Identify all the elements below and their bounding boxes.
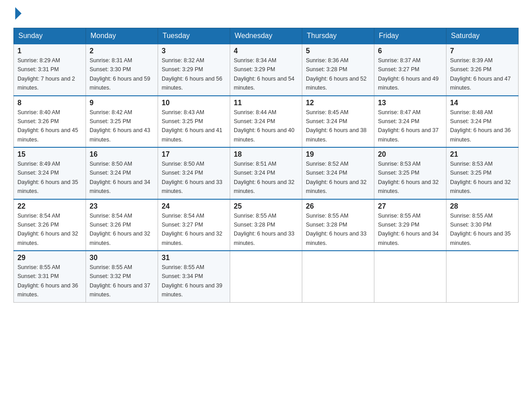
calendar-day-cell: 27 Sunrise: 8:55 AMSunset: 3:29 PMDaylig… [374, 199, 446, 251]
calendar-day-cell: 10 Sunrise: 8:43 AMSunset: 3:25 PMDaylig… [158, 96, 230, 148]
calendar-col-header: Monday [86, 28, 158, 44]
calendar-week-row: 15 Sunrise: 8:49 AMSunset: 3:24 PMDaylig… [14, 147, 519, 199]
day-number: 20 [378, 150, 442, 158]
day-number: 17 [162, 150, 226, 158]
calendar-day-cell [446, 251, 519, 302]
calendar-day-cell: 18 Sunrise: 8:51 AMSunset: 3:24 PMDaylig… [230, 147, 302, 199]
calendar-day-cell: 6 Sunrise: 8:37 AMSunset: 3:27 PMDayligh… [374, 44, 446, 96]
calendar-col-header: Sunday [14, 28, 86, 44]
calendar-header-row: SundayMondayTuesdayWednesdayThursdayFrid… [14, 28, 519, 44]
calendar-day-cell: 7 Sunrise: 8:39 AMSunset: 3:26 PMDayligh… [446, 44, 519, 96]
calendar-day-cell: 30 Sunrise: 8:55 AMSunset: 3:32 PMDaylig… [86, 251, 158, 302]
day-info: Sunrise: 8:51 AMSunset: 3:24 PMDaylight:… [234, 161, 295, 194]
day-info: Sunrise: 8:54 AMSunset: 3:26 PMDaylight:… [17, 213, 78, 246]
day-number: 3 [162, 47, 226, 55]
day-info: Sunrise: 8:37 AMSunset: 3:27 PMDaylight:… [378, 57, 439, 91]
day-number: 19 [306, 150, 370, 158]
day-number: 24 [162, 202, 226, 210]
calendar-day-cell: 21 Sunrise: 8:53 AMSunset: 3:25 PMDaylig… [446, 147, 519, 199]
calendar-day-cell: 8 Sunrise: 8:40 AMSunset: 3:26 PMDayligh… [14, 96, 86, 148]
day-number: 10 [162, 99, 226, 107]
calendar-day-cell [230, 251, 302, 302]
day-number: 4 [234, 47, 298, 55]
day-number: 1 [17, 47, 82, 55]
calendar-week-row: 8 Sunrise: 8:40 AMSunset: 3:26 PMDayligh… [14, 96, 519, 148]
calendar-day-cell: 24 Sunrise: 8:54 AMSunset: 3:27 PMDaylig… [158, 199, 230, 251]
day-info: Sunrise: 8:48 AMSunset: 3:24 PMDaylight:… [450, 109, 511, 143]
day-number: 27 [378, 202, 442, 210]
day-info: Sunrise: 8:50 AMSunset: 3:24 PMDaylight:… [162, 161, 223, 194]
day-info: Sunrise: 8:42 AMSunset: 3:25 PMDaylight:… [90, 109, 150, 143]
day-number: 26 [306, 202, 370, 210]
calendar-col-header: Friday [374, 28, 446, 44]
calendar-day-cell: 11 Sunrise: 8:44 AMSunset: 3:24 PMDaylig… [230, 96, 302, 148]
calendar-day-cell [374, 251, 446, 302]
calendar-col-header: Saturday [446, 28, 519, 44]
calendar-col-header: Wednesday [230, 28, 302, 44]
day-info: Sunrise: 8:55 AMSunset: 3:32 PMDaylight:… [90, 264, 150, 298]
calendar-day-cell: 15 Sunrise: 8:49 AMSunset: 3:24 PMDaylig… [14, 147, 86, 199]
calendar-day-cell: 20 Sunrise: 8:53 AMSunset: 3:25 PMDaylig… [374, 147, 446, 199]
calendar-day-cell: 19 Sunrise: 8:52 AMSunset: 3:24 PMDaylig… [302, 147, 374, 199]
day-number: 5 [306, 47, 370, 55]
calendar-week-row: 1 Sunrise: 8:29 AMSunset: 3:31 PMDayligh… [14, 44, 519, 96]
calendar-day-cell: 2 Sunrise: 8:31 AMSunset: 3:30 PMDayligh… [86, 44, 158, 96]
calendar-day-cell: 31 Sunrise: 8:55 AMSunset: 3:34 PMDaylig… [158, 251, 230, 302]
day-number: 22 [17, 202, 82, 210]
day-number: 21 [450, 150, 515, 158]
calendar-day-cell: 22 Sunrise: 8:54 AMSunset: 3:26 PMDaylig… [14, 199, 86, 251]
calendar-day-cell: 29 Sunrise: 8:55 AMSunset: 3:31 PMDaylig… [14, 251, 86, 302]
calendar-table: SundayMondayTuesdayWednesdayThursdayFrid… [13, 28, 519, 303]
day-info: Sunrise: 8:55 AMSunset: 3:28 PMDaylight:… [306, 213, 367, 246]
day-info: Sunrise: 8:29 AMSunset: 3:31 PMDaylight:… [17, 57, 75, 91]
day-number: 30 [90, 254, 154, 262]
logo-triangle-icon [15, 7, 21, 20]
day-number: 13 [378, 99, 442, 107]
calendar-day-cell: 12 Sunrise: 8:45 AMSunset: 3:24 PMDaylig… [302, 96, 374, 148]
day-number: 23 [90, 202, 154, 210]
day-info: Sunrise: 8:36 AMSunset: 3:28 PMDaylight:… [306, 57, 367, 91]
day-number: 15 [17, 150, 82, 158]
day-info: Sunrise: 8:55 AMSunset: 3:31 PMDaylight:… [17, 264, 78, 298]
day-info: Sunrise: 8:31 AMSunset: 3:30 PMDaylight:… [90, 57, 150, 91]
day-number: 8 [17, 99, 82, 107]
day-info: Sunrise: 8:53 AMSunset: 3:25 PMDaylight:… [378, 161, 439, 194]
day-number: 16 [90, 150, 154, 158]
day-number: 11 [234, 99, 298, 107]
calendar-day-cell: 25 Sunrise: 8:55 AMSunset: 3:28 PMDaylig… [230, 199, 302, 251]
calendar-col-header: Thursday [302, 28, 374, 44]
calendar-week-row: 29 Sunrise: 8:55 AMSunset: 3:31 PMDaylig… [14, 251, 519, 302]
calendar-day-cell: 17 Sunrise: 8:50 AMSunset: 3:24 PMDaylig… [158, 147, 230, 199]
calendar-week-row: 22 Sunrise: 8:54 AMSunset: 3:26 PMDaylig… [14, 199, 519, 251]
calendar-day-cell: 3 Sunrise: 8:32 AMSunset: 3:29 PMDayligh… [158, 44, 230, 96]
calendar-col-header: Tuesday [158, 28, 230, 44]
page-header [13, 9, 519, 20]
day-info: Sunrise: 8:49 AMSunset: 3:24 PMDaylight:… [17, 161, 78, 194]
day-number: 28 [450, 202, 515, 210]
calendar-day-cell: 16 Sunrise: 8:50 AMSunset: 3:24 PMDaylig… [86, 147, 158, 199]
calendar-day-cell: 13 Sunrise: 8:47 AMSunset: 3:24 PMDaylig… [374, 96, 446, 148]
day-info: Sunrise: 8:52 AMSunset: 3:24 PMDaylight:… [306, 161, 367, 194]
day-number: 31 [162, 254, 226, 262]
day-info: Sunrise: 8:40 AMSunset: 3:26 PMDaylight:… [17, 109, 78, 143]
day-info: Sunrise: 8:44 AMSunset: 3:24 PMDaylight:… [234, 109, 295, 143]
day-info: Sunrise: 8:55 AMSunset: 3:28 PMDaylight:… [234, 213, 295, 246]
calendar-day-cell [302, 251, 374, 302]
calendar-day-cell: 4 Sunrise: 8:34 AMSunset: 3:29 PMDayligh… [230, 44, 302, 96]
day-number: 25 [234, 202, 298, 210]
day-info: Sunrise: 8:54 AMSunset: 3:27 PMDaylight:… [162, 213, 223, 246]
day-info: Sunrise: 8:32 AMSunset: 3:29 PMDaylight:… [162, 57, 223, 91]
day-number: 14 [450, 99, 515, 107]
day-number: 6 [378, 47, 442, 55]
day-number: 18 [234, 150, 298, 158]
day-info: Sunrise: 8:55 AMSunset: 3:34 PMDaylight:… [162, 264, 223, 298]
calendar-day-cell: 28 Sunrise: 8:55 AMSunset: 3:30 PMDaylig… [446, 199, 519, 251]
calendar-day-cell: 1 Sunrise: 8:29 AMSunset: 3:31 PMDayligh… [14, 44, 86, 96]
calendar-day-cell: 26 Sunrise: 8:55 AMSunset: 3:28 PMDaylig… [302, 199, 374, 251]
day-number: 12 [306, 99, 370, 107]
day-info: Sunrise: 8:39 AMSunset: 3:26 PMDaylight:… [450, 57, 511, 91]
day-info: Sunrise: 8:54 AMSunset: 3:26 PMDaylight:… [90, 213, 150, 246]
day-number: 29 [17, 254, 82, 262]
calendar-day-cell: 14 Sunrise: 8:48 AMSunset: 3:24 PMDaylig… [446, 96, 519, 148]
day-number: 9 [90, 99, 154, 107]
